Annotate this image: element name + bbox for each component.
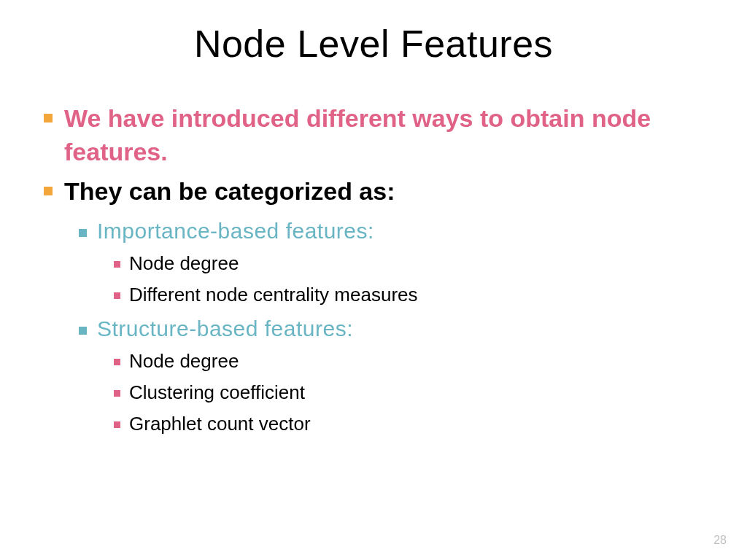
page-number: 28 (713, 534, 727, 547)
square-bullet-icon (44, 114, 53, 122)
bullet-text: Importance-based features: (97, 219, 374, 244)
bullet-clustering: Clustering coefficient (114, 381, 703, 404)
bullet-importance-based: Importance-based features: (79, 219, 703, 244)
bullet-text: Node degree (129, 350, 239, 373)
bullet-text: Graphlet count vector (129, 413, 311, 435)
bullet-node-degree-2: Node degree (114, 350, 703, 373)
bullet-text: We have introduced different ways to obt… (64, 102, 703, 169)
square-bullet-icon (79, 229, 87, 237)
square-bullet-icon (79, 327, 87, 335)
square-bullet-icon (114, 390, 120, 397)
square-bullet-icon (114, 359, 120, 365)
slide-title: Node Level Features (44, 22, 703, 66)
square-bullet-icon (114, 292, 120, 299)
bullet-text: Different node centrality measures (129, 284, 418, 306)
square-bullet-icon (114, 421, 120, 428)
slide: Node Level Features We have introduced d… (0, 0, 747, 560)
bullet-text: They can be categorized as: (64, 175, 395, 209)
bullet-text: Node degree (129, 252, 239, 275)
bullet-graphlet: Graphlet count vector (114, 413, 703, 435)
bullet-structure-based: Structure-based features: (79, 316, 703, 341)
square-bullet-icon (44, 187, 53, 195)
bullet-centrality: Different node centrality measures (114, 284, 703, 306)
square-bullet-icon (114, 261, 120, 268)
bullet-categorized: They can be categorized as: (44, 175, 703, 209)
bullet-text: Clustering coefficient (129, 381, 305, 404)
bullet-intro: We have introduced different ways to obt… (44, 102, 703, 169)
bullet-node-degree-1: Node degree (114, 252, 703, 275)
bullet-text: Structure-based features: (97, 316, 353, 341)
